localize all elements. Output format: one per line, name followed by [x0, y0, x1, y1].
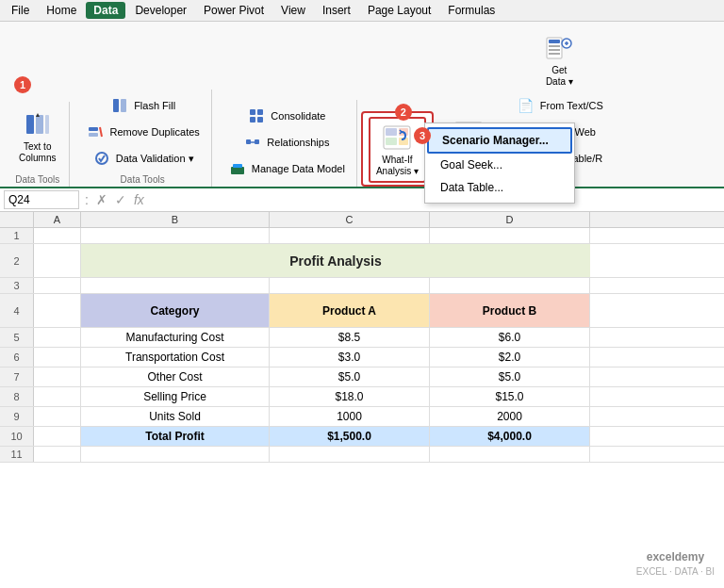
from-text-button[interactable]: 📄 From Text/CS	[512, 93, 607, 118]
cell-7c[interactable]: $5.0	[270, 368, 430, 386]
cell-6c[interactable]: $3.0	[270, 348, 430, 367]
cell-4d-header[interactable]: Product B	[430, 294, 590, 327]
what-if-label: What-IfAnalysis ▾	[376, 155, 419, 177]
from-text-icon: 📄	[516, 95, 536, 116]
row-num-2: 2	[0, 244, 34, 277]
cell-2a[interactable]	[34, 244, 81, 277]
svg-rect-20	[386, 128, 397, 136]
cell-4a[interactable]	[34, 294, 81, 327]
text-to-columns-button[interactable]: Text toColumns	[13, 106, 61, 168]
svg-line-8	[100, 127, 102, 137]
row-num-3: 3	[0, 278, 34, 293]
cell-10c[interactable]: $1,500.0	[270, 427, 430, 446]
remove-duplicates-icon	[85, 122, 106, 142]
formula-bar-colon: :	[83, 192, 90, 207]
get-data-button[interactable]: GetData ▾	[538, 29, 580, 91]
cell-5c[interactable]: $8.5	[270, 328, 430, 347]
menu-developer[interactable]: Developer	[127, 2, 194, 19]
cell-7a[interactable]	[34, 368, 81, 386]
data-validation-button[interactable]: Data Validation ▾	[88, 146, 198, 171]
cell-1b[interactable]	[81, 228, 270, 243]
cell-9c[interactable]: 1000	[270, 407, 430, 426]
col-header-d: D	[430, 212, 590, 227]
badge-2: 2	[395, 104, 412, 121]
cell-6a[interactable]	[34, 348, 81, 367]
data-tools-label: Data Tools	[15, 172, 59, 185]
cell-2b-title[interactable]: Profit Analysis	[81, 244, 590, 277]
table-row: 5 Manufacturing Cost $8.5 $6.0	[0, 328, 724, 348]
what-if-icon	[382, 122, 412, 153]
cell-8a[interactable]	[34, 387, 81, 406]
ribbon-group-consolidate: Consolidate Relationships Manage Data Mo…	[216, 100, 357, 187]
col-headers: A B C D	[0, 212, 724, 228]
svg-rect-11	[257, 109, 263, 115]
cell-1a[interactable]	[34, 228, 81, 243]
cell-3b[interactable]	[81, 278, 270, 293]
flash-fill-button[interactable]: Flash Fill	[106, 93, 179, 118]
cell-5a[interactable]	[34, 328, 81, 347]
menu-formulas[interactable]: Formulas	[440, 2, 502, 19]
what-if-analysis-button[interactable]: What-IfAnalysis ▾	[369, 117, 426, 183]
text-to-columns-label: Text toColumns	[19, 141, 56, 164]
menu-power-pivot[interactable]: Power Pivot	[196, 2, 272, 19]
cell-6d[interactable]: $2.0	[430, 348, 590, 367]
relationships-button[interactable]: Relationships	[239, 130, 333, 155]
menu-file[interactable]: File	[4, 2, 37, 19]
data-table-item[interactable]: Data Table...	[425, 176, 574, 199]
row-num-10: 10	[0, 427, 34, 446]
cell-5b[interactable]: Manufacturing Cost	[81, 328, 270, 347]
remove-duplicates-button[interactable]: Remove Duplicates	[81, 120, 203, 144]
svg-rect-29	[549, 53, 560, 55]
cell-8d[interactable]: $15.0	[430, 387, 590, 406]
cell-5d[interactable]: $6.0	[430, 328, 590, 347]
table-row: 6 Transportation Cost $3.0 $2.0	[0, 348, 724, 368]
cell-11c[interactable]	[270, 447, 430, 462]
goal-seek-item[interactable]: Goal Seek...	[425, 154, 574, 176]
cell-3d[interactable]	[430, 278, 590, 293]
row-num-11: 11	[0, 447, 34, 462]
cell-9b[interactable]: Units Sold	[81, 407, 270, 426]
formula-bar-x: ✗	[94, 192, 109, 207]
menu-view[interactable]: View	[273, 2, 313, 19]
cell-8c[interactable]: $18.0	[270, 387, 430, 406]
cell-3c[interactable]	[270, 278, 430, 293]
cell-8b[interactable]: Selling Price	[81, 387, 270, 406]
ribbon-group-what-if: What-IfAnalysis ▾	[361, 111, 434, 187]
ribbon: 1 Text toColumns Data Tools Flash Fill	[0, 22, 724, 188]
cell-7b[interactable]: Other Cost	[81, 368, 270, 386]
spreadsheet: A B C D 1 2 Profit Analysis 3 4 Category…	[0, 212, 724, 463]
formula-bar: : ✗ ✓ fx	[0, 188, 724, 212]
menu-insert[interactable]: Insert	[315, 2, 358, 19]
cell-10b[interactable]: Total Profit	[81, 427, 270, 446]
cell-6b[interactable]: Transportation Cost	[81, 348, 270, 367]
what-if-dropdown: 3 Scenario Manager... Goal Seek... Data …	[424, 122, 575, 204]
cell-1d[interactable]	[430, 228, 590, 243]
consolidate-button[interactable]: Consolidate	[242, 104, 329, 128]
cell-11a[interactable]	[34, 447, 81, 462]
row-num-9: 9	[0, 407, 34, 426]
table-row: 2 Profit Analysis	[0, 244, 724, 278]
scenario-manager-item[interactable]: Scenario Manager...	[427, 127, 572, 154]
data-validation-label: Data Validation ▾	[116, 153, 194, 165]
cell-4b-header[interactable]: Category	[81, 294, 270, 327]
cell-7d[interactable]: $5.0	[430, 368, 590, 386]
cell-9a[interactable]	[34, 407, 81, 426]
cell-10a[interactable]	[34, 427, 81, 446]
menu-data[interactable]: Data	[86, 2, 125, 19]
table-row: 10 Total Profit $1,500.0 $4,000.0	[0, 427, 724, 447]
cell-4c-header[interactable]: Product A	[270, 294, 430, 327]
name-box[interactable]	[4, 190, 79, 209]
cell-9d[interactable]: 2000	[430, 407, 590, 426]
watermark: exceldemy EXCEL · DATA · BI	[636, 549, 715, 579]
cell-3a[interactable]	[34, 278, 81, 293]
manage-data-model-button[interactable]: Manage Data Model	[223, 156, 349, 181]
row-num-header	[0, 212, 34, 227]
row-num-5: 5	[0, 328, 34, 347]
cell-11d[interactable]	[430, 447, 590, 462]
cell-10d[interactable]: $4,000.0	[430, 427, 590, 446]
cell-1c[interactable]	[270, 228, 430, 243]
cell-11b[interactable]	[81, 447, 270, 462]
consolidate-label: Consolidate	[271, 110, 325, 122]
menu-page-layout[interactable]: Page Layout	[360, 2, 438, 19]
menu-home[interactable]: Home	[39, 2, 84, 19]
